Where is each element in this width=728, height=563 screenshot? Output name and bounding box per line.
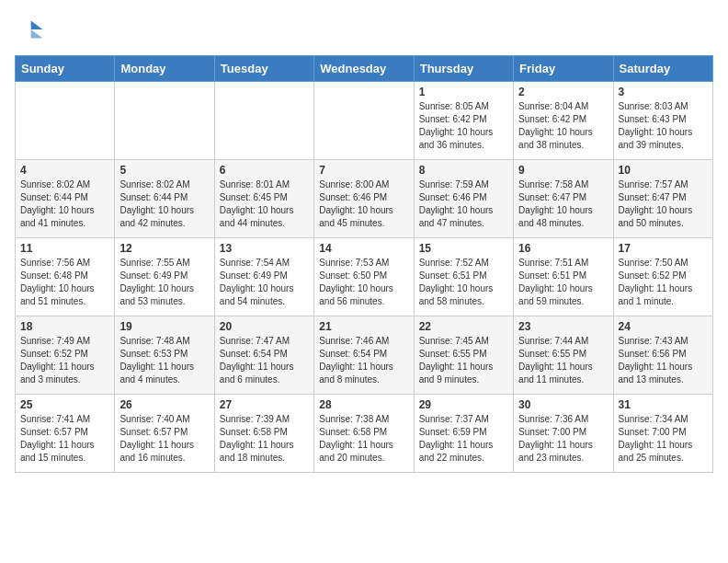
day-cell: 28Sunrise: 7:38 AM Sunset: 6:58 PM Dayli…	[314, 395, 414, 473]
day-cell	[314, 82, 414, 160]
day-number: 27	[220, 398, 309, 411]
day-info: Sunrise: 7:56 AM Sunset: 6:48 PM Dayligh…	[20, 257, 109, 308]
day-cell: 16Sunrise: 7:51 AM Sunset: 6:51 PM Dayli…	[514, 238, 613, 316]
day-info: Sunrise: 7:44 AM Sunset: 6:55 PM Dayligh…	[518, 335, 608, 386]
day-cell: 30Sunrise: 7:36 AM Sunset: 7:00 PM Dayli…	[514, 395, 613, 473]
day-number: 10	[619, 164, 708, 177]
day-cell: 19Sunrise: 7:48 AM Sunset: 6:53 PM Dayli…	[115, 316, 214, 395]
day-info: Sunrise: 8:04 AM Sunset: 6:42 PM Dayligh…	[518, 100, 608, 152]
day-cell: 26Sunrise: 7:40 AM Sunset: 6:57 PM Dayli…	[115, 395, 214, 473]
day-info: Sunrise: 7:37 AM Sunset: 6:59 PM Dayligh…	[419, 413, 508, 465]
day-info: Sunrise: 8:03 AM Sunset: 6:43 PM Dayligh…	[619, 100, 708, 152]
week-row-5: 25Sunrise: 7:41 AM Sunset: 6:57 PM Dayli…	[16, 395, 713, 473]
header-saturday: Saturday	[613, 56, 712, 82]
day-number: 4	[20, 164, 109, 177]
day-info: Sunrise: 7:57 AM Sunset: 6:47 PM Dayligh…	[619, 178, 708, 230]
day-number: 29	[419, 398, 508, 411]
day-info: Sunrise: 7:52 AM Sunset: 6:51 PM Dayligh…	[419, 257, 508, 308]
day-number: 26	[119, 398, 209, 411]
day-cell: 25Sunrise: 7:41 AM Sunset: 6:57 PM Dayli…	[16, 395, 115, 473]
week-row-3: 11Sunrise: 7:56 AM Sunset: 6:48 PM Dayli…	[16, 238, 713, 316]
day-cell: 24Sunrise: 7:43 AM Sunset: 6:56 PM Dayli…	[613, 316, 712, 395]
day-number: 1	[419, 86, 508, 98]
day-number: 3	[619, 86, 708, 98]
header-sunday: Sunday	[16, 56, 115, 82]
calendar-header-row: SundayMondayTuesdayWednesdayThursdayFrid…	[16, 56, 713, 82]
day-number: 30	[518, 398, 608, 411]
day-number: 8	[419, 164, 508, 177]
day-cell: 2Sunrise: 8:04 AM Sunset: 6:42 PM Daylig…	[514, 82, 613, 160]
day-cell: 14Sunrise: 7:53 AM Sunset: 6:50 PM Dayli…	[314, 238, 414, 316]
day-cell: 7Sunrise: 8:00 AM Sunset: 6:46 PM Daylig…	[314, 160, 414, 238]
day-info: Sunrise: 7:41 AM Sunset: 6:57 PM Dayligh…	[20, 413, 109, 465]
day-number: 2	[518, 86, 608, 98]
day-number: 21	[319, 320, 408, 333]
week-row-4: 18Sunrise: 7:49 AM Sunset: 6:52 PM Dayli…	[16, 316, 713, 395]
day-info: Sunrise: 7:55 AM Sunset: 6:49 PM Dayligh…	[119, 257, 209, 308]
day-info: Sunrise: 7:54 AM Sunset: 6:49 PM Dayligh…	[220, 257, 309, 308]
day-info: Sunrise: 7:36 AM Sunset: 7:00 PM Dayligh…	[518, 413, 608, 465]
day-info: Sunrise: 8:05 AM Sunset: 6:42 PM Dayligh…	[419, 100, 508, 152]
day-cell: 10Sunrise: 7:57 AM Sunset: 6:47 PM Dayli…	[613, 160, 712, 238]
day-number: 9	[518, 164, 608, 177]
day-info: Sunrise: 7:38 AM Sunset: 6:58 PM Dayligh…	[319, 413, 408, 465]
day-cell: 12Sunrise: 7:55 AM Sunset: 6:49 PM Dayli…	[115, 238, 214, 316]
day-number: 18	[20, 320, 109, 333]
day-number: 17	[619, 242, 708, 255]
day-info: Sunrise: 8:00 AM Sunset: 6:46 PM Dayligh…	[319, 178, 408, 230]
day-number: 6	[220, 164, 309, 177]
day-number: 19	[119, 320, 209, 333]
day-cell: 13Sunrise: 7:54 AM Sunset: 6:49 PM Dayli…	[214, 238, 313, 316]
day-cell: 3Sunrise: 8:03 AM Sunset: 6:43 PM Daylig…	[613, 82, 712, 160]
day-info: Sunrise: 7:53 AM Sunset: 6:50 PM Dayligh…	[319, 257, 408, 308]
day-info: Sunrise: 7:43 AM Sunset: 6:56 PM Dayligh…	[619, 335, 708, 386]
day-cell	[115, 82, 214, 160]
day-cell: 4Sunrise: 8:02 AM Sunset: 6:44 PM Daylig…	[16, 160, 115, 238]
page-header	[15, 15, 713, 44]
day-info: Sunrise: 8:01 AM Sunset: 6:45 PM Dayligh…	[220, 178, 309, 230]
day-number: 13	[220, 242, 309, 255]
day-info: Sunrise: 7:58 AM Sunset: 6:47 PM Dayligh…	[518, 178, 608, 230]
logo-icon	[15, 15, 44, 44]
calendar-table: SundayMondayTuesdayWednesdayThursdayFrid…	[15, 55, 713, 473]
day-number: 12	[119, 242, 209, 255]
header-friday: Friday	[514, 56, 613, 82]
day-info: Sunrise: 7:49 AM Sunset: 6:52 PM Dayligh…	[20, 335, 109, 386]
day-info: Sunrise: 7:46 AM Sunset: 6:54 PM Dayligh…	[319, 335, 408, 386]
day-info: Sunrise: 7:45 AM Sunset: 6:55 PM Dayligh…	[419, 335, 508, 386]
header-tuesday: Tuesday	[214, 56, 313, 82]
header-monday: Monday	[115, 56, 214, 82]
day-info: Sunrise: 7:59 AM Sunset: 6:46 PM Dayligh…	[419, 178, 508, 230]
day-number: 28	[319, 398, 408, 411]
day-number: 7	[319, 164, 408, 177]
day-number: 15	[419, 242, 508, 255]
day-info: Sunrise: 7:51 AM Sunset: 6:51 PM Dayligh…	[518, 257, 608, 308]
day-number: 31	[619, 398, 708, 411]
day-cell: 31Sunrise: 7:34 AM Sunset: 7:00 PM Dayli…	[613, 395, 712, 473]
week-row-1: 1Sunrise: 8:05 AM Sunset: 6:42 PM Daylig…	[16, 82, 713, 160]
day-cell: 29Sunrise: 7:37 AM Sunset: 6:59 PM Dayli…	[414, 395, 513, 473]
day-cell: 18Sunrise: 7:49 AM Sunset: 6:52 PM Dayli…	[16, 316, 115, 395]
day-number: 23	[518, 320, 608, 333]
day-info: Sunrise: 7:50 AM Sunset: 6:52 PM Dayligh…	[619, 257, 708, 308]
day-number: 11	[20, 242, 109, 255]
day-cell: 17Sunrise: 7:50 AM Sunset: 6:52 PM Dayli…	[613, 238, 712, 316]
day-info: Sunrise: 8:02 AM Sunset: 6:44 PM Dayligh…	[119, 178, 209, 230]
day-cell: 23Sunrise: 7:44 AM Sunset: 6:55 PM Dayli…	[514, 316, 613, 395]
day-cell: 22Sunrise: 7:45 AM Sunset: 6:55 PM Dayli…	[414, 316, 513, 395]
day-info: Sunrise: 7:34 AM Sunset: 7:00 PM Dayligh…	[619, 413, 708, 465]
day-cell: 11Sunrise: 7:56 AM Sunset: 6:48 PM Dayli…	[16, 238, 115, 316]
header-thursday: Thursday	[414, 56, 513, 82]
day-info: Sunrise: 7:48 AM Sunset: 6:53 PM Dayligh…	[119, 335, 209, 386]
day-cell: 21Sunrise: 7:46 AM Sunset: 6:54 PM Dayli…	[314, 316, 414, 395]
day-info: Sunrise: 7:40 AM Sunset: 6:57 PM Dayligh…	[119, 413, 209, 465]
day-number: 5	[119, 164, 209, 177]
day-cell	[16, 82, 115, 160]
day-cell: 15Sunrise: 7:52 AM Sunset: 6:51 PM Dayli…	[414, 238, 513, 316]
header-wednesday: Wednesday	[314, 56, 414, 82]
day-info: Sunrise: 8:02 AM Sunset: 6:44 PM Dayligh…	[20, 178, 109, 230]
day-number: 24	[619, 320, 708, 333]
day-number: 20	[220, 320, 309, 333]
day-cell: 6Sunrise: 8:01 AM Sunset: 6:45 PM Daylig…	[214, 160, 313, 238]
day-cell	[214, 82, 313, 160]
